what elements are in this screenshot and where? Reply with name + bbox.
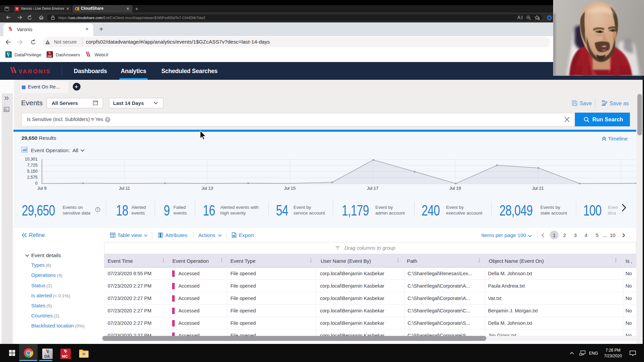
svg-text:VARONIS: VARONIS: [18, 68, 51, 75]
svg-text:DW: DW: [48, 55, 52, 57]
svg-text:MC: MC: [62, 354, 68, 358]
svg-text:CSV: CSV: [233, 235, 236, 237]
svg-text:DA: DA: [44, 354, 50, 358]
